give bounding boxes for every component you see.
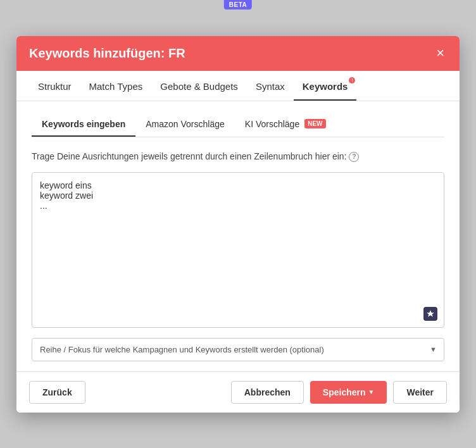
ai-icon (423, 307, 437, 321)
modal-close-button[interactable]: × (434, 46, 447, 60)
modal-body: Keywords eingeben Amazon Vorschläge KI V… (16, 101, 460, 371)
sub-tabs: Keywords eingeben Amazon Vorschläge KI V… (32, 114, 444, 137)
footer-right-buttons: Abbrechen Speichern ▼ Weiter (231, 381, 447, 404)
sub-tab-eingeben[interactable]: Keywords eingeben (32, 114, 135, 137)
tab-keywords[interactable]: Keywords ! (294, 71, 357, 101)
campaign-dropdown[interactable]: Reihe / Fokus für welche Kampagnen und K… (32, 338, 444, 361)
new-badge: NEW (304, 119, 325, 128)
keywords-alert-icon: ! (349, 77, 355, 84)
save-dropdown-arrow: ▼ (368, 389, 375, 395)
tab-match-types[interactable]: Match Types (80, 71, 152, 101)
cancel-button[interactable]: Abbrechen (231, 381, 304, 404)
modal-dialog: Keywords hinzufügen: FR × Struktur Match… (16, 36, 460, 413)
help-icon[interactable]: ? (349, 152, 359, 162)
modal-title: Keywords hinzufügen: FR (29, 46, 185, 61)
sub-tab-ki[interactable]: KI Vorschläge NEW (235, 114, 336, 137)
ai-svg-icon (426, 309, 435, 318)
tab-syntax[interactable]: Syntax (247, 71, 294, 101)
back-button[interactable]: Zurück (29, 381, 85, 404)
sub-tab-amazon[interactable]: Amazon Vorschläge (135, 114, 235, 137)
keyword-textarea[interactable]: keyword eins keyword zwei ... (32, 173, 444, 325)
beta-badge: BETA (224, 0, 252, 9)
tab-gebote[interactable]: Gebote & Budgets (151, 71, 247, 101)
save-button[interactable]: Speichern ▼ (310, 381, 387, 404)
modal-header: Keywords hinzufügen: FR × (16, 36, 460, 71)
campaign-dropdown-wrapper: Reihe / Fokus für welche Kampagnen und K… (32, 338, 444, 361)
modal-overlay: BETA Keywords hinzufügen: FR × Struktur … (0, 0, 476, 448)
footer-left-buttons: Zurück (29, 381, 85, 404)
keyword-textarea-wrapper: keyword eins keyword zwei ... (32, 172, 444, 328)
main-tabs: Struktur Match Types Gebote & Budgets Sy… (16, 71, 460, 101)
next-button[interactable]: Weiter (393, 381, 447, 404)
campaign-dropdown-row: Reihe / Fokus für welche Kampagnen und K… (32, 338, 444, 361)
tab-struktur[interactable]: Struktur (29, 71, 80, 101)
modal-footer: Zurück Abbrechen Speichern ▼ Weiter (16, 371, 460, 413)
instructions-text: Trage Deine Ausrichtungen jeweils getren… (32, 150, 444, 163)
